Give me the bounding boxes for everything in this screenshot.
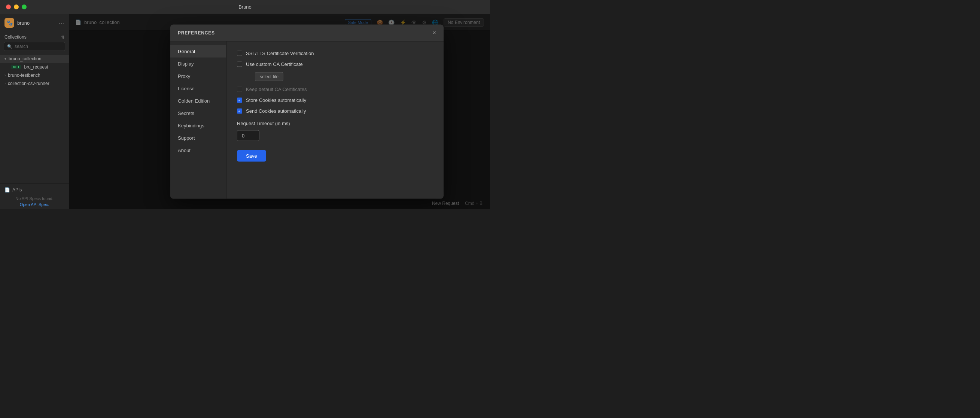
custom-ca-row: Use custom CA Certificate — [237, 61, 433, 67]
sort-icon[interactable]: ⇅ — [61, 35, 64, 40]
keep-default-ca-label: Keep default CA Certificates — [246, 86, 307, 92]
preferences-general-content: SSL/TLS Certificate Verification Use cus… — [226, 41, 444, 199]
caret-icon: › — [5, 73, 6, 77]
search-input[interactable]: search — [14, 44, 28, 49]
apis-section: 📄 APIs No API Specs found. Open API Spec… — [0, 183, 69, 209]
collection-list: ▾ bruno_collection GET bru_request › bru… — [0, 54, 69, 183]
caret-icon: ▾ — [5, 57, 6, 61]
modal-title: PREFERENCES — [178, 30, 215, 35]
nav-item-secrets[interactable]: Secrets — [170, 107, 226, 120]
nav-item-golden-edition[interactable]: Golden Edition — [170, 95, 226, 107]
close-button[interactable] — [6, 5, 11, 10]
sidebar-header: 🐾 bruno ··· — [0, 14, 69, 31]
content-area: 📄 bruno_collection Safe Mode 🍪 🕐 ⚡ 👁 ⚙ 🌐… — [69, 14, 490, 209]
apis-header: 📄 APIs — [5, 187, 64, 193]
keep-default-ca-checkbox[interactable] — [237, 86, 242, 92]
custom-ca-checkbox[interactable] — [237, 61, 242, 67]
minimize-button[interactable] — [14, 5, 19, 10]
preferences-nav: General Display Proxy License Golden Edi… — [170, 41, 226, 199]
collections-header: Collections ⇅ — [0, 31, 69, 42]
nav-item-keybindings[interactable]: Keybindings — [170, 120, 226, 132]
collection-name: collection-csv-runner — [8, 81, 49, 86]
title-bar: Bruno — [0, 0, 490, 14]
sidebar: 🐾 bruno ··· Collections ⇅ 🔍 search ▾ bru… — [0, 14, 69, 209]
ssl-checkbox[interactable] — [237, 51, 242, 56]
send-cookies-row: Send Cookies automatically — [237, 108, 433, 114]
collection-name: bruno_collection — [9, 56, 41, 61]
ssl-row: SSL/TLS Certificate Verification — [237, 51, 433, 56]
preferences-modal: PREFERENCES × General Display Proxy Lice… — [170, 25, 444, 199]
search-icon: 🔍 — [7, 44, 12, 49]
store-cookies-row: Store Cookies automatically — [237, 97, 433, 103]
nav-item-general[interactable]: General — [170, 45, 226, 58]
app-menu-button[interactable]: ··· — [59, 20, 64, 26]
nav-item-license[interactable]: License — [170, 82, 226, 95]
apis-open-link[interactable]: Open API Spec. — [5, 202, 64, 207]
traffic-lights — [6, 5, 27, 10]
save-button[interactable]: Save — [237, 150, 266, 162]
apis-empty-text: No API Specs found. — [5, 195, 64, 202]
collections-title: Collections — [5, 35, 27, 40]
send-cookies-checkbox[interactable] — [237, 108, 242, 113]
timeout-input[interactable] — [237, 130, 259, 141]
caret-icon: › — [5, 81, 6, 85]
apis-file-icon: 📄 — [5, 187, 10, 193]
apis-label: APIs — [12, 187, 22, 193]
collection-name: bruno-testbench — [8, 73, 40, 78]
request-item-bru-request[interactable]: GET bru_request — [0, 63, 69, 71]
nav-item-display[interactable]: Display — [170, 58, 226, 70]
send-cookies-label: Send Cookies automatically — [246, 108, 306, 114]
collection-item-bruno-collection[interactable]: ▾ bruno_collection — [0, 55, 69, 63]
modal-body: General Display Proxy License Golden Edi… — [170, 41, 444, 199]
timeout-label: Request Timeout (in ms) — [237, 121, 290, 126]
store-cookies-checkbox[interactable] — [237, 97, 242, 103]
collection-item-testbench[interactable]: › bruno-testbench — [0, 71, 69, 80]
keep-default-ca-row: Keep default CA Certificates — [237, 86, 433, 92]
maximize-button[interactable] — [22, 5, 27, 10]
nav-item-support[interactable]: Support — [170, 132, 226, 144]
modal-header: PREFERENCES × — [170, 25, 444, 41]
app-name-label: bruno — [17, 20, 56, 26]
request-name: bru_request — [24, 64, 48, 70]
select-file-button[interactable]: select file — [255, 72, 283, 81]
modal-close-button[interactable]: × — [433, 30, 436, 36]
search-bar[interactable]: 🔍 search — [4, 42, 65, 51]
ssl-label: SSL/TLS Certificate Verification — [246, 51, 314, 56]
nav-item-proxy[interactable]: Proxy — [170, 70, 226, 82]
window-title: Bruno — [239, 4, 251, 10]
method-badge: GET — [11, 65, 21, 69]
app-logo: 🐾 — [5, 18, 14, 28]
store-cookies-label: Store Cookies automatically — [246, 97, 306, 103]
collection-item-csv-runner[interactable]: › collection-csv-runner — [0, 80, 69, 88]
nav-item-about[interactable]: About — [170, 144, 226, 156]
custom-ca-label: Use custom CA Certificate — [246, 61, 303, 67]
